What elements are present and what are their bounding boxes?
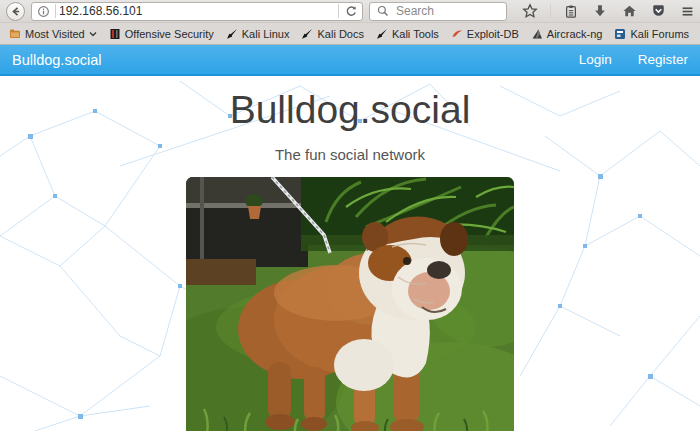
bookmark-most-visited[interactable]: Most Visited xyxy=(4,26,102,42)
register-link[interactable]: Register xyxy=(638,52,688,67)
bookmark-aircrack-ng[interactable]: Aircrack-ng xyxy=(526,26,608,42)
search-bar[interactable] xyxy=(369,2,507,21)
bookmark-kali-forums[interactable]: Kali Forums xyxy=(609,26,694,42)
pocket-icon[interactable] xyxy=(649,2,667,20)
hero-section: Bulldog.social The fun social network xyxy=(0,88,700,431)
bookmark-kali-docs[interactable]: Kali Docs xyxy=(296,26,368,42)
url-text[interactable]: 192.168.56.101 xyxy=(59,4,335,18)
bookmark-label: Most Visited xyxy=(25,28,85,40)
bookmarks-bar: Most Visited Offensive Security Kali Lin… xyxy=(0,23,700,45)
bookmark-label: Aircrack-ng xyxy=(547,28,603,40)
back-button[interactable] xyxy=(6,2,25,21)
dagger-icon xyxy=(376,28,388,40)
chevron-down-icon xyxy=(89,30,97,38)
offsec-icon xyxy=(109,28,121,40)
bookmark-kali-tools[interactable]: Kali Tools xyxy=(371,26,444,42)
bulldog-illustration xyxy=(186,177,514,431)
urlbar-divider xyxy=(55,4,56,18)
browser-toolbar: 192.168.56.101 xyxy=(0,0,700,23)
bulldog-photo xyxy=(186,177,514,431)
aircrack-icon xyxy=(531,28,543,40)
site-brand-link[interactable]: Bulldog.social xyxy=(12,52,101,68)
site-navbar: Bulldog.social Login Register xyxy=(0,45,700,76)
back-icon xyxy=(7,2,25,20)
reload-icon xyxy=(345,5,358,18)
bookmarks-list-icon[interactable] xyxy=(562,2,580,20)
downloads-icon[interactable] xyxy=(591,2,609,20)
page-info-icon[interactable] xyxy=(34,2,52,20)
url-bar[interactable]: 192.168.56.101 xyxy=(31,2,363,21)
bookmark-label: Kali Tools xyxy=(392,28,439,40)
reload-button[interactable] xyxy=(342,2,360,20)
search-icon xyxy=(374,2,392,20)
toolbar-icon-row xyxy=(521,2,696,20)
exploitdb-icon xyxy=(451,28,463,40)
forums-icon xyxy=(614,28,626,40)
bookmark-label: Kali Forums xyxy=(630,28,689,40)
folder-icon xyxy=(9,28,21,40)
dagger-icon xyxy=(301,28,313,40)
bookmark-nethunter[interactable]: NetHunter xyxy=(696,26,700,42)
menu-icon[interactable] xyxy=(678,2,696,20)
page-title: Bulldog.social xyxy=(0,88,700,132)
bookmark-offensive-security[interactable]: Offensive Security xyxy=(104,26,219,42)
bookmark-label: Exploit-DB xyxy=(467,28,519,40)
dagger-icon xyxy=(226,28,238,40)
home-icon[interactable] xyxy=(620,2,638,20)
urlbar-divider xyxy=(338,4,339,18)
toolbar-divider xyxy=(550,4,551,18)
login-link[interactable]: Login xyxy=(579,52,612,67)
page-subtitle: The fun social network xyxy=(0,146,700,163)
bookmark-label: Kali Linux xyxy=(242,28,290,40)
page-content: Bulldog.social The fun social network xyxy=(0,76,700,431)
search-input[interactable] xyxy=(396,4,496,18)
bookmark-exploit-db[interactable]: Exploit-DB xyxy=(446,26,524,42)
browser-window: 192.168.56.101 xyxy=(0,0,700,433)
site-nav-links: Login Register xyxy=(579,52,688,67)
bookmark-label: Offensive Security xyxy=(125,28,214,40)
bookmark-label: Kali Docs xyxy=(317,28,363,40)
bookmark-kali-linux[interactable]: Kali Linux xyxy=(221,26,295,42)
bookmark-star-icon[interactable] xyxy=(521,2,539,20)
